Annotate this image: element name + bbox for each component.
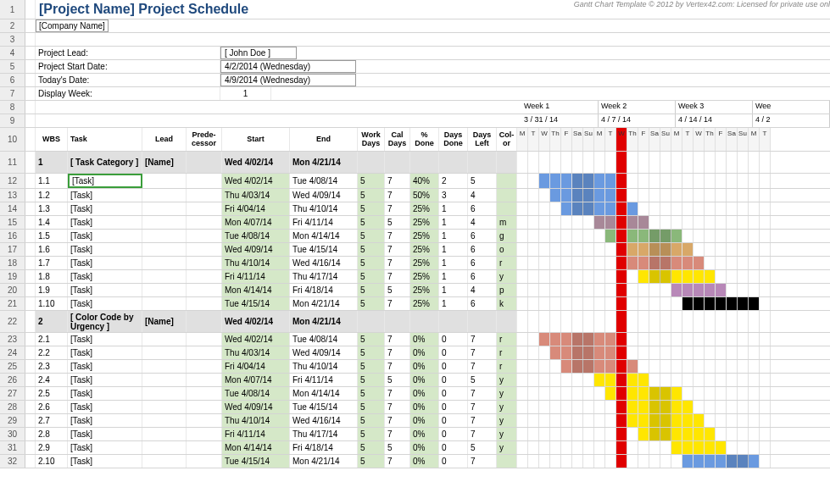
gantt-cell[interactable]: [572, 152, 583, 173]
cell-color[interactable]: [497, 311, 517, 332]
page-title[interactable]: [Project Name] Project Schedule: [36, 0, 252, 19]
gantt-cell[interactable]: [605, 441, 616, 454]
gantt-cell[interactable]: [561, 401, 572, 413]
cell-pctdone[interactable]: 0%: [410, 401, 439, 413]
gantt-cell[interactable]: [539, 455, 550, 468]
cell-daysleft[interactable]: 4: [468, 216, 497, 229]
cell-pred[interactable]: [187, 270, 222, 283]
gantt-cell[interactable]: [539, 311, 550, 332]
gantt-cell[interactable]: [660, 270, 671, 283]
gantt-cell[interactable]: [682, 230, 694, 242]
gantt-cell[interactable]: [660, 441, 671, 454]
gantt-cell[interactable]: [671, 257, 682, 269]
cell-pred[interactable]: [187, 441, 222, 454]
gantt-cell[interactable]: [749, 414, 760, 427]
cell-pred[interactable]: [187, 202, 222, 215]
gantt-cell[interactable]: [694, 387, 705, 400]
gantt-cell[interactable]: [517, 333, 528, 346]
col-daysdone[interactable]: Days Done: [439, 128, 468, 151]
gantt-cell[interactable]: [528, 152, 539, 173]
gantt-cell[interactable]: [605, 346, 616, 359]
cell-wbs[interactable]: 2.3: [36, 360, 68, 373]
cell-daysdone[interactable]: 1: [439, 216, 468, 229]
gantt-cell[interactable]: [638, 152, 649, 173]
gantt-cell[interactable]: [705, 284, 716, 296]
cell-pred[interactable]: [187, 428, 222, 440]
cell-pctdone[interactable]: 25%: [410, 230, 439, 242]
gantt-cell[interactable]: [539, 374, 550, 386]
gantt-cell[interactable]: [716, 216, 727, 229]
cell-color[interactable]: g: [497, 230, 517, 242]
cell-caldays[interactable]: 7: [385, 387, 410, 400]
cell-color[interactable]: y: [497, 387, 517, 400]
gantt-cell[interactable]: [749, 284, 760, 296]
gantt-cell[interactable]: [561, 189, 572, 202]
gantt-cell[interactable]: [594, 152, 605, 173]
gantt-cell[interactable]: [561, 297, 572, 310]
cell-daysleft[interactable]: 7: [468, 428, 497, 440]
cell-caldays[interactable]: 7: [385, 360, 410, 373]
gantt-cell[interactable]: [760, 297, 771, 310]
gantt-cell[interactable]: [572, 270, 583, 283]
cell-daysdone[interactable]: 0: [439, 360, 468, 373]
cell-pred[interactable]: [187, 297, 222, 310]
gantt-cell[interactable]: [660, 374, 671, 386]
gantt-cell[interactable]: [738, 333, 749, 346]
gantt-cell[interactable]: [583, 284, 594, 296]
cell-start[interactable]: Mon 4/14/14: [222, 284, 290, 296]
cell-pctdone[interactable]: 0%: [410, 387, 439, 400]
cell-wbs[interactable]: 1.8: [36, 270, 68, 283]
gantt-cell[interactable]: [550, 374, 561, 386]
cell-task[interactable]: [ Task Category ]: [68, 152, 142, 173]
gantt-cell[interactable]: [660, 387, 671, 400]
gantt-cell[interactable]: [561, 243, 572, 256]
cell-task[interactable]: [Task]: [68, 441, 142, 454]
gantt-cell[interactable]: [760, 333, 771, 346]
gantt-cell[interactable]: [749, 202, 760, 215]
gantt-cell[interactable]: [749, 360, 760, 373]
gantt-cell[interactable]: [727, 387, 738, 400]
gantt-cell[interactable]: [760, 189, 771, 202]
cell-pred[interactable]: [187, 401, 222, 413]
gantt-cell[interactable]: [550, 387, 561, 400]
cell-task[interactable]: [Task]: [68, 401, 142, 413]
gantt-cell[interactable]: [760, 152, 771, 173]
gantt-cell[interactable]: [705, 174, 716, 188]
gantt-cell[interactable]: [694, 311, 705, 332]
cell-workdays[interactable]: 5: [358, 270, 385, 283]
cell-daysdone[interactable]: 0: [439, 374, 468, 386]
gantt-cell[interactable]: [727, 270, 738, 283]
gantt-cell[interactable]: [605, 374, 616, 386]
gantt-cell[interactable]: [616, 333, 627, 346]
gantt-cell[interactable]: [649, 441, 660, 454]
gantt-cell[interactable]: [550, 311, 561, 332]
gantt-cell[interactable]: [649, 297, 660, 310]
cell-workdays[interactable]: 5: [358, 333, 385, 346]
gantt-cell[interactable]: [682, 401, 694, 413]
gantt-cell[interactable]: [528, 174, 539, 188]
gantt-cell[interactable]: [572, 401, 583, 413]
gantt-cell[interactable]: [660, 230, 671, 242]
cell-workdays[interactable]: 5: [358, 414, 385, 427]
gantt-cell[interactable]: [583, 374, 594, 386]
cell-color[interactable]: y: [497, 401, 517, 413]
gantt-cell[interactable]: [649, 257, 660, 269]
cell-workdays[interactable]: 5: [358, 243, 385, 256]
cell-pctdone[interactable]: 25%: [410, 216, 439, 229]
cell-pctdone[interactable]: 25%: [410, 297, 439, 310]
gantt-cell[interactable]: [572, 243, 583, 256]
gantt-cell[interactable]: [705, 414, 716, 427]
gantt-cell[interactable]: [760, 311, 771, 332]
gantt-cell[interactable]: [627, 414, 638, 427]
gantt-cell[interactable]: [550, 216, 561, 229]
gantt-cell[interactable]: [649, 152, 660, 173]
gantt-cell[interactable]: [594, 346, 605, 359]
cell-daysdone[interactable]: 1: [439, 243, 468, 256]
cell-lead[interactable]: [142, 360, 187, 373]
cell-color[interactable]: y: [497, 441, 517, 454]
gantt-cell[interactable]: [583, 346, 594, 359]
gantt-cell[interactable]: [561, 174, 572, 188]
gantt-cell[interactable]: [594, 284, 605, 296]
week-value[interactable]: 1: [220, 87, 271, 100]
gantt-cell[interactable]: [694, 174, 705, 188]
